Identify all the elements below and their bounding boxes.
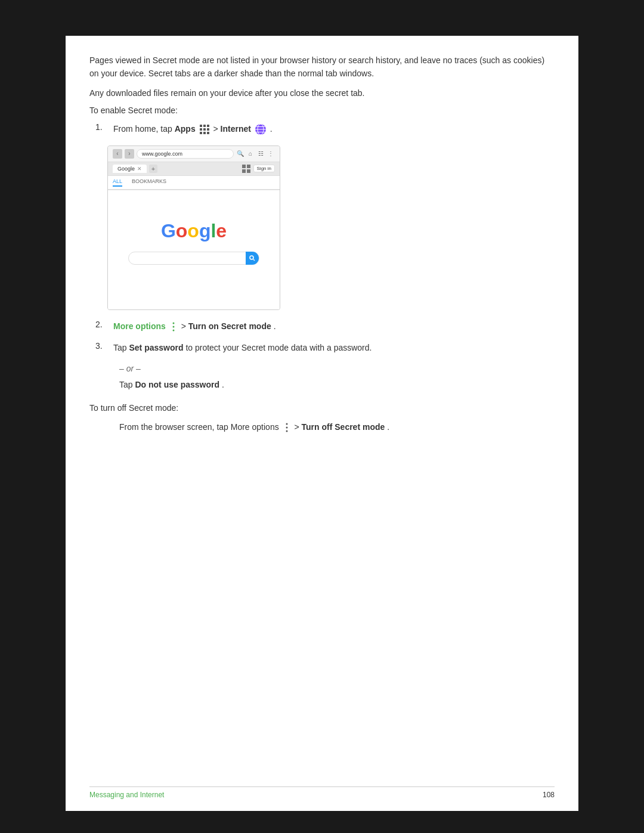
- step-2-number: 2.: [95, 320, 113, 329]
- step-2-arrow: >: [181, 321, 188, 331]
- browser-search-bar[interactable]: [128, 252, 259, 265]
- svg-rect-6: [200, 132, 202, 134]
- svg-rect-4: [203, 128, 206, 131]
- browser-search-btn[interactable]: [246, 252, 259, 265]
- sign-in-button[interactable]: Sign in: [253, 165, 275, 172]
- step-2: 2. More options > Turn on Secret mode .: [89, 320, 555, 333]
- google-l: l: [210, 220, 216, 242]
- svg-rect-14: [242, 165, 246, 168]
- step-1-internet-label: Internet: [221, 124, 251, 134]
- tab-view-controls: Sign in: [242, 164, 275, 174]
- svg-rect-5: [207, 128, 209, 131]
- turn-off-before: From the browser screen, tap More option…: [119, 422, 279, 432]
- all-tab[interactable]: ALL: [113, 178, 122, 187]
- step-3-tap: Tap: [113, 343, 129, 352]
- tap-label: Tap: [119, 380, 135, 389]
- step-2-period: .: [274, 321, 276, 331]
- active-tab[interactable]: Google ✕: [113, 165, 147, 173]
- home-toolbar-icon[interactable]: ⌂: [246, 150, 255, 158]
- turn-off-bold: Turn off Secret mode: [302, 422, 385, 432]
- step-1-arrow: >: [213, 124, 220, 134]
- svg-rect-0: [200, 125, 202, 127]
- tab-close-icon[interactable]: ✕: [137, 166, 142, 172]
- step-1-number: 1.: [95, 122, 113, 132]
- footer-page-number: 108: [543, 791, 555, 799]
- svg-rect-15: [247, 165, 250, 168]
- svg-point-25: [286, 431, 287, 432]
- step-2-more-options: More options: [113, 321, 166, 331]
- svg-point-21: [172, 326, 174, 327]
- or-text: – or –: [119, 364, 555, 373]
- apps-icon: [199, 124, 210, 135]
- svg-point-20: [172, 322, 174, 324]
- do-not-use-label: Do not use password: [135, 380, 219, 389]
- bookmarks-tab[interactable]: BOOKMARKS: [132, 178, 166, 187]
- browser-toolbar: ‹ › www.google.com 🔍 ⌂ ☷ ⋮: [108, 146, 280, 162]
- browser-content-area: Google: [108, 190, 280, 309]
- browser-tabs-bar: Google ✕ + Sign in: [108, 162, 280, 176]
- new-tab-button[interactable]: +: [149, 165, 157, 173]
- svg-rect-16: [242, 169, 246, 173]
- step-1-period: .: [270, 124, 273, 134]
- turn-off-mid: >: [294, 422, 301, 432]
- paragraph-2: Any downloaded files remain on your devi…: [89, 86, 555, 100]
- google-e: e: [216, 220, 227, 242]
- svg-point-18: [250, 256, 253, 259]
- more-options-icon: [169, 321, 178, 332]
- steps-list: 1. From home, tap Apps: [89, 122, 555, 354]
- page-footer: Messaging and Internet 108: [89, 786, 555, 799]
- svg-rect-1: [203, 125, 206, 127]
- toolbar-icons: 🔍 ⌂ ☷ ⋮: [236, 150, 275, 158]
- step-3-set-password: Set password: [129, 343, 183, 352]
- step-3-number: 3.: [95, 341, 113, 351]
- tap-do-not-use: Tap Do not use password .: [119, 378, 555, 391]
- step-3-content: Tap Set password to protect your Secret …: [113, 341, 555, 354]
- google-g2: g: [199, 220, 211, 242]
- paragraph-1: Pages viewed in Secret mode are not list…: [89, 54, 555, 80]
- svg-point-24: [286, 427, 287, 429]
- grid-view-icon[interactable]: [242, 164, 251, 174]
- back-button[interactable]: ‹: [113, 149, 122, 159]
- step-3: 3. Tap Set password to protect your Secr…: [89, 341, 555, 354]
- browser-screenshot: ‹ › www.google.com 🔍 ⌂ ☷ ⋮ Google ✕ +: [107, 145, 280, 310]
- svg-rect-2: [207, 125, 209, 127]
- page-container: Pages viewed in Secret mode are not list…: [66, 36, 578, 811]
- internet-icon: [255, 123, 267, 135]
- turn-off-after: .: [387, 422, 389, 432]
- svg-line-19: [253, 259, 255, 261]
- tabs-toolbar-icon[interactable]: ☷: [256, 150, 265, 158]
- google-logo: Google: [161, 220, 227, 242]
- turn-off-heading: To turn off Secret mode:: [89, 401, 555, 414]
- tap-period: .: [222, 380, 224, 389]
- svg-rect-3: [200, 128, 202, 131]
- search-toolbar-icon[interactable]: 🔍: [236, 150, 244, 158]
- google-o1: o: [176, 220, 188, 242]
- turn-off-section: To turn off Secret mode: From the browse…: [89, 401, 555, 434]
- svg-rect-17: [247, 169, 250, 173]
- svg-rect-7: [203, 132, 206, 134]
- google-o2: o: [187, 220, 199, 242]
- svg-point-23: [286, 423, 287, 425]
- step-1-apps-label: Apps: [175, 124, 196, 134]
- address-bar[interactable]: www.google.com: [137, 149, 234, 159]
- tab-title: Google: [117, 166, 135, 172]
- step-3-rest: to protect your Secret mode data with a …: [185, 343, 371, 352]
- svg-rect-8: [207, 132, 209, 134]
- turn-off-instruction: From the browser screen, tap More option…: [89, 420, 555, 433]
- browser-sub-tabs: ALL BOOKMARKS: [108, 176, 280, 190]
- turn-off-dots-icon: [283, 422, 291, 433]
- more-toolbar-icon[interactable]: ⋮: [267, 150, 275, 158]
- step-1-text-before: From home, tap: [113, 124, 175, 134]
- enable-heading: To enable Secret mode:: [89, 106, 555, 115]
- google-g: G: [161, 220, 176, 242]
- step-2-turn-on: Turn on Secret mode: [188, 321, 271, 331]
- forward-button[interactable]: ›: [125, 149, 134, 159]
- step-1: 1. From home, tap Apps: [89, 122, 555, 135]
- footer-section: Messaging and Internet: [89, 791, 164, 799]
- svg-point-22: [172, 329, 174, 331]
- step-1-content: From home, tap Apps: [113, 122, 555, 135]
- step-2-content: More options > Turn on Secret mode .: [113, 320, 555, 333]
- or-section: – or – Tap Do not use password .: [89, 364, 555, 391]
